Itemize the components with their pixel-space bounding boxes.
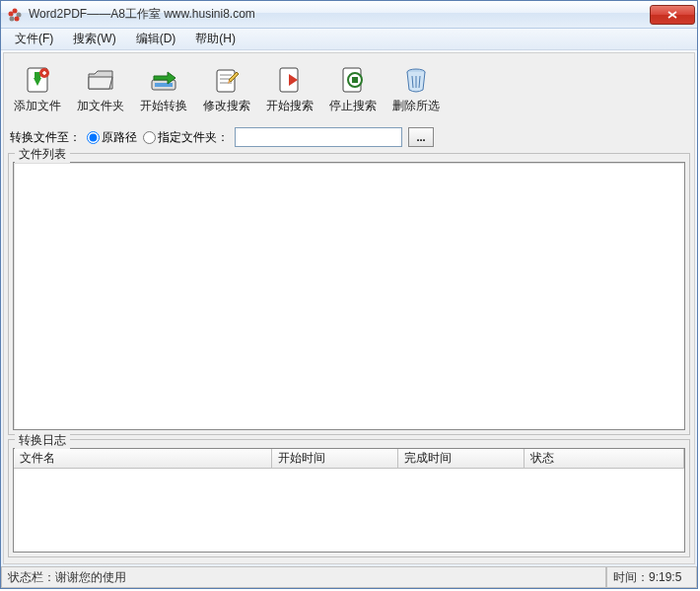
time-value: 9:19:5 — [649, 570, 681, 584]
status-label: 状态栏： — [8, 569, 55, 586]
menu-help[interactable]: 帮助(H) — [185, 29, 245, 49]
modify-search-button[interactable]: 修改搜索 — [199, 61, 254, 117]
svg-point-0 — [13, 8, 18, 13]
start-search-label: 开始搜索 — [266, 98, 314, 114]
radio-custom-path[interactable]: 指定文件夹： — [143, 129, 229, 146]
svg-point-2 — [15, 16, 20, 21]
col-status[interactable]: 状态 — [525, 449, 684, 468]
menu-search[interactable]: 搜索(W) — [63, 29, 125, 49]
status-main: 状态栏： 谢谢您的使用 — [1, 567, 606, 588]
delete-selected-button[interactable]: 删除所选 — [388, 61, 444, 117]
add-file-label: 添加文件 — [14, 98, 61, 114]
output-path-row: 转换文件至： 原路径 指定文件夹： ... — [8, 123, 690, 151]
add-folder-icon — [85, 64, 116, 96]
app-window: Word2PDF——A8工作室 www.husini8.com 文件(F) 搜索… — [0, 0, 698, 589]
log-header: 文件名 开始时间 完成时间 状态 — [14, 449, 684, 469]
modify-search-icon — [211, 64, 243, 96]
radio-original-label: 原路径 — [102, 129, 137, 146]
statusbar: 状态栏： 谢谢您的使用 时间： 9:19:5 — [1, 566, 697, 588]
status-time: 时间： 9:19:5 — [606, 567, 697, 588]
delete-selected-label: 删除所选 — [392, 98, 440, 114]
menu-file[interactable]: 文件(F) — [5, 29, 63, 49]
window-title: Word2PDF——A8工作室 www.husini8.com — [29, 6, 650, 23]
toolbar: 添加文件 加文件夹 开始转换 修改搜索 — [8, 57, 690, 123]
stop-search-button[interactable]: 停止搜索 — [325, 61, 381, 117]
col-start-time[interactable]: 开始时间 — [272, 449, 398, 468]
stop-search-icon — [337, 64, 369, 96]
log-group: 转换日志 文件名 开始时间 完成时间 状态 — [8, 439, 690, 557]
start-search-icon — [274, 64, 306, 96]
status-message: 谢谢您的使用 — [55, 569, 126, 586]
modify-search-label: 修改搜索 — [203, 98, 250, 114]
client-area: 添加文件 加文件夹 开始转换 修改搜索 — [3, 52, 695, 564]
start-convert-icon — [148, 64, 179, 96]
log-table: 文件名 开始时间 完成时间 状态 — [13, 448, 685, 553]
close-button[interactable] — [650, 5, 695, 25]
add-file-icon — [22, 64, 53, 96]
svg-point-4 — [9, 11, 14, 16]
radio-original-path[interactable]: 原路径 — [87, 129, 137, 146]
delete-icon — [400, 64, 432, 96]
menu-edit[interactable]: 编辑(D) — [126, 29, 186, 49]
radio-original-input[interactable] — [87, 131, 100, 144]
col-filename[interactable]: 文件名 — [14, 449, 272, 468]
radio-custom-input[interactable] — [143, 131, 156, 144]
add-folder-button[interactable]: 加文件夹 — [73, 61, 128, 117]
app-icon — [7, 7, 23, 23]
start-convert-button[interactable]: 开始转换 — [136, 61, 191, 117]
stop-search-label: 停止搜索 — [329, 98, 377, 114]
output-path-label: 转换文件至： — [10, 129, 81, 146]
svg-rect-10 — [155, 83, 173, 87]
filelist-legend: 文件列表 — [15, 146, 70, 163]
browse-button[interactable]: ... — [408, 127, 434, 147]
filelist-box[interactable] — [13, 162, 685, 430]
titlebar: Word2PDF——A8工作室 www.husini8.com — [1, 1, 697, 29]
col-end-time[interactable]: 完成时间 — [398, 449, 525, 468]
log-legend: 转换日志 — [15, 432, 70, 449]
menubar: 文件(F) 搜索(W) 编辑(D) 帮助(H) — [1, 29, 697, 50]
output-path-input[interactable] — [235, 127, 402, 147]
svg-rect-19 — [352, 77, 358, 83]
add-folder-label: 加文件夹 — [77, 98, 124, 114]
start-convert-label: 开始转换 — [140, 98, 187, 114]
time-label: 时间： — [613, 569, 649, 586]
radio-custom-label: 指定文件夹： — [158, 129, 229, 146]
filelist-group: 文件列表 — [8, 153, 690, 435]
start-search-button[interactable]: 开始搜索 — [262, 61, 317, 117]
add-file-button[interactable]: 添加文件 — [10, 61, 65, 117]
log-body[interactable] — [14, 469, 684, 552]
svg-point-3 — [10, 16, 15, 21]
